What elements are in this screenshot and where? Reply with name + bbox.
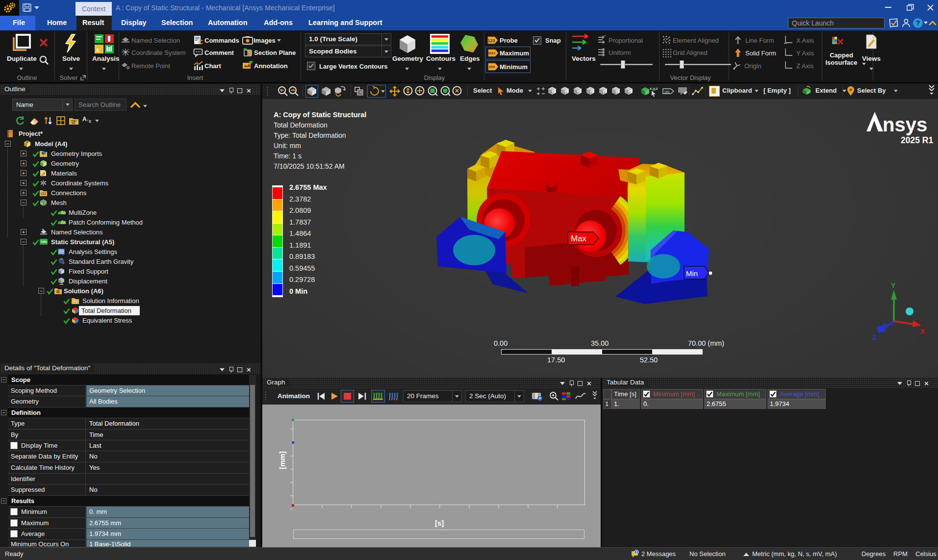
svg-text:180: 180 xyxy=(664,90,670,94)
svg-text:123: 123 xyxy=(487,38,495,43)
svg-text:MAX: MAX xyxy=(488,51,496,55)
svg-text:C: C xyxy=(199,39,203,45)
svg-text:Z: Z xyxy=(872,333,877,341)
svg-text:2: 2 xyxy=(635,551,637,554)
svg-text:X: X xyxy=(920,328,924,335)
svg-text:MIN: MIN xyxy=(489,65,495,69)
svg-text:nsys: nsys xyxy=(883,114,927,135)
svg-text:Y: Y xyxy=(891,283,896,289)
svg-text:Max: Max xyxy=(571,234,587,243)
svg-text:Min: Min xyxy=(686,269,698,278)
